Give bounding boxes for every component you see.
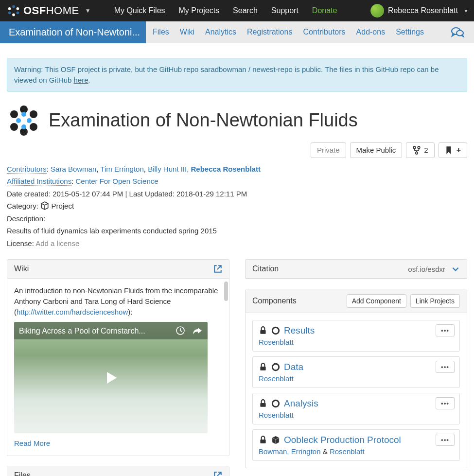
cube-icon: [40, 201, 49, 210]
nav-quick-files[interactable]: My Quick Files: [114, 6, 165, 15]
component-menu-button[interactable]: •••: [436, 361, 455, 373]
component-item[interactable]: DataRosenblatt•••: [252, 356, 460, 388]
nav-support[interactable]: Support: [271, 6, 298, 15]
svg-point-3: [12, 14, 15, 17]
watch-later-icon[interactable]: [176, 326, 185, 335]
contributor-link[interactable]: Tim Errington: [100, 165, 143, 173]
project-meta: Contributors: Sara Bowman, Tim Errington…: [0, 160, 474, 253]
svg-point-16: [21, 124, 26, 129]
svg-point-27: [272, 400, 279, 407]
wiki-link[interactable]: http://twitter.com/hardscienceshow: [17, 308, 128, 316]
component-item[interactable]: AnalysisRosenblatt•••: [252, 393, 460, 424]
component-contributor[interactable]: Bowman: [259, 447, 287, 456]
component-link[interactable]: Analysis: [284, 398, 318, 409]
topnav-links: My Quick Files My Projects Search Suppor…: [114, 6, 337, 15]
external-link-icon[interactable]: [213, 471, 222, 476]
nav-my-projects[interactable]: My Projects: [179, 6, 220, 15]
svg-point-17: [16, 118, 21, 123]
svg-point-9: [30, 110, 37, 118]
subnav-wiki[interactable]: Wiki: [180, 28, 194, 36]
warning-alert: Warning: This OSF project is private, bu…: [7, 58, 467, 92]
component-link[interactable]: Data: [284, 362, 303, 372]
affiliated-link[interactable]: Center For Open Science: [75, 177, 158, 185]
sub-nav: Examination of Non-Newtoni... Files Wiki…: [0, 21, 474, 43]
add-component-button[interactable]: Add Component: [347, 294, 406, 308]
external-link-icon[interactable]: [213, 264, 222, 273]
subnav-analytics[interactable]: Analytics: [205, 28, 236, 36]
scrollbar[interactable]: [224, 282, 228, 301]
component-contributor[interactable]: Rosenblatt: [259, 411, 294, 419]
caret-down-icon: ▾: [465, 8, 467, 14]
svg-rect-28: [260, 440, 265, 443]
project-tab[interactable]: Examination of Non-Newtoni...: [0, 21, 146, 43]
osf-logo-icon: [7, 4, 20, 18]
bookmark-add-button[interactable]: +: [439, 142, 467, 158]
circle-icon: [271, 399, 280, 408]
files-heading: Files: [14, 471, 31, 476]
component-link[interactable]: Results: [284, 325, 315, 336]
affiliated-label[interactable]: Affiliated Institutions: [7, 177, 71, 186]
make-public-button[interactable]: Make Public: [350, 142, 403, 158]
play-icon[interactable]: [101, 368, 121, 388]
component-item[interactable]: Oobleck Production ProtocolBowman, Errin…: [252, 429, 460, 461]
brand[interactable]: OSFHOME ▼: [7, 4, 91, 18]
wiki-panel: Wiki An introduction to non-Newtonian Fl…: [7, 259, 229, 456]
subnav-files[interactable]: Files: [153, 28, 169, 36]
svg-point-0: [12, 5, 15, 8]
subnav-links: Files Wiki Analytics Registrations Contr…: [153, 28, 424, 36]
action-buttons: Private Make Public 2 +: [0, 138, 474, 160]
project-icon: [7, 104, 41, 138]
component-menu-button[interactable]: •••: [436, 324, 455, 336]
user-menu[interactable]: Rebecca Rosenblatt ▾: [370, 4, 467, 18]
component-item[interactable]: ResultsRosenblatt•••: [252, 320, 460, 352]
component-link[interactable]: Oobleck Production Protocol: [284, 435, 401, 445]
subnav-addons[interactable]: Add-ons: [356, 28, 386, 36]
svg-point-12: [10, 123, 18, 131]
component-contributor[interactable]: Rosenblatt: [259, 374, 294, 383]
read-more-link[interactable]: Read More: [14, 438, 50, 449]
component-contributor[interactable]: Rosenblatt: [330, 447, 365, 456]
title-row: Examination of Non-Newtonian Fluids: [0, 99, 474, 138]
svg-point-13: [10, 110, 18, 118]
citation-panel: Citation osf.io/esdxr: [245, 259, 467, 279]
video-title: Biking Across a Pool of Cornstarch...: [19, 325, 145, 336]
chevron-down-icon[interactable]: [451, 264, 460, 273]
dates-line: Date created: 2015-05-12 07:44 PM | Last…: [7, 188, 467, 200]
share-icon[interactable]: [192, 326, 203, 335]
lock-icon: [259, 363, 267, 371]
brand-text: OSFHOME: [23, 4, 79, 17]
svg-point-19: [418, 146, 421, 149]
subnav-contributors[interactable]: Contributors: [303, 28, 345, 36]
fork-icon: [412, 146, 421, 155]
project-title: Examination of Non-Newtonian Fluids: [49, 110, 358, 131]
svg-point-20: [416, 152, 418, 154]
subnav-settings[interactable]: Settings: [396, 28, 424, 36]
circle-icon: [271, 326, 280, 335]
alert-here-link[interactable]: here: [74, 76, 88, 84]
description-label: Description:: [7, 212, 467, 225]
svg-point-5: [8, 7, 11, 10]
contributors-label[interactable]: Contributors: [7, 165, 47, 174]
lock-icon: [259, 436, 267, 444]
fork-button[interactable]: 2: [406, 142, 434, 158]
nav-search[interactable]: Search: [233, 6, 258, 15]
user-name: Rebecca Rosenblatt: [388, 6, 458, 15]
video-embed[interactable]: Biking Across a Pool of Cornstarch...: [14, 322, 208, 433]
svg-rect-24: [260, 367, 265, 370]
svg-point-2: [17, 11, 19, 14]
component-contributor[interactable]: Rosenblatt: [259, 338, 294, 346]
nav-donate[interactable]: Donate: [312, 6, 337, 15]
contributor-self[interactable]: Rebecca Rosenblatt: [191, 165, 261, 173]
subnav-registrations[interactable]: Registrations: [247, 28, 292, 36]
add-license-link[interactable]: Add a license: [35, 239, 79, 247]
contributor-link[interactable]: Billy Hunt III: [148, 165, 187, 173]
chat-icon[interactable]: [451, 26, 464, 38]
link-projects-button[interactable]: Link Projects: [410, 294, 460, 308]
svg-rect-22: [260, 330, 265, 334]
component-menu-button[interactable]: •••: [436, 434, 455, 446]
contributor-link[interactable]: Sara Bowman: [51, 165, 96, 173]
files-panel: Files Click on a storage provider or dra…: [7, 466, 229, 476]
top-nav: OSFHOME ▼ My Quick Files My Projects Sea…: [0, 0, 474, 21]
caret-down-icon[interactable]: ▼: [85, 7, 91, 14]
component-menu-button[interactable]: •••: [436, 397, 455, 409]
